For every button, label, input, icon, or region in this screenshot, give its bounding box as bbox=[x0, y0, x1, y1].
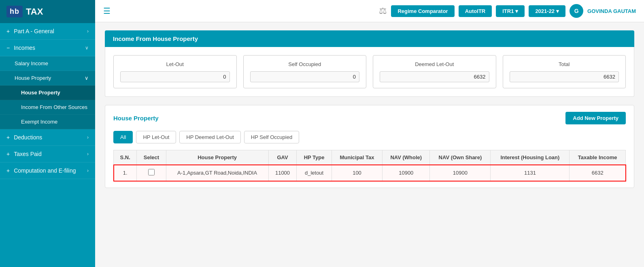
table-row: 1. A-1,Apsara,GT Road,Noida,INDIA 11000 … bbox=[114, 165, 626, 181]
plus-icon: + bbox=[6, 28, 10, 34]
card-total-label: Total bbox=[510, 61, 619, 67]
logo-product: TAX bbox=[26, 6, 43, 17]
house-property-section: House Property Add New Property All HP L… bbox=[105, 105, 634, 188]
sidebar-label-salary: Salary Income bbox=[15, 60, 48, 66]
col-select: Select bbox=[137, 150, 166, 165]
sidebar: hb TAX + Part A - General › − Incomes ∨ … bbox=[0, 0, 95, 267]
summary-cards: Let-Out Self Occupied Deemed Let-Out bbox=[113, 55, 626, 88]
card-self-occupied-input[interactable] bbox=[250, 71, 360, 82]
add-new-property-button[interactable]: Add New Property bbox=[565, 112, 626, 124]
sidebar-label-deductions: Deductions bbox=[14, 134, 42, 141]
filter-hp-let-out[interactable]: HP Let-Out bbox=[136, 131, 176, 143]
arrow-icon-computation: › bbox=[87, 168, 89, 173]
col-municipal-tax: Municipal Tax bbox=[332, 150, 382, 165]
card-self-occupied-label: Self Occupied bbox=[250, 61, 360, 67]
main-area: ☰ ⚖ Regime Comparator AutoITR ITR1 ▾ 202… bbox=[95, 0, 644, 267]
sidebar-item-exempt-income[interactable]: Exempt Income bbox=[0, 115, 95, 129]
itr-label: ITR1 bbox=[502, 8, 514, 14]
cell-nav-own: 10900 bbox=[430, 165, 491, 181]
section-body-income-hp: Let-Out Self Occupied Deemed Let-Out bbox=[105, 47, 634, 97]
autoi-label: AutoITR bbox=[465, 8, 486, 14]
sidebar-label-computation: Computation and E-filing bbox=[14, 167, 76, 174]
header-left: ☰ bbox=[103, 6, 111, 16]
regime-comparator-label: Regime Comparator bbox=[397, 8, 448, 14]
minus-icon: − bbox=[6, 45, 10, 51]
arrow-icon-part-a: › bbox=[87, 28, 89, 34]
header-right: ⚖ Regime Comparator AutoITR ITR1 ▾ 2021-… bbox=[379, 4, 636, 18]
card-total-input[interactable] bbox=[510, 71, 619, 82]
year-dropdown-icon: ▾ bbox=[556, 8, 559, 14]
sidebar-label-house-property-sub: House Property bbox=[21, 90, 60, 96]
avatar: G bbox=[570, 4, 583, 18]
itr-button[interactable]: ITR1 ▾ bbox=[496, 5, 525, 17]
card-deemed-let-out: Deemed Let-Out bbox=[373, 55, 496, 88]
cell-gav: 11000 bbox=[268, 165, 297, 181]
sidebar-label-taxes-paid: Taxes Paid bbox=[14, 151, 41, 157]
sidebar-label-exempt-income: Exempt Income bbox=[21, 119, 57, 125]
arrow-icon-house-property: ∨ bbox=[85, 75, 89, 81]
sidebar-sub-sub: House Property Income From Other Sources… bbox=[0, 85, 95, 129]
income-from-house-property-section: Income From House Property Let-Out Self … bbox=[105, 30, 634, 97]
itr-dropdown-icon: ▾ bbox=[515, 8, 518, 14]
year-label: 2021-22 bbox=[535, 8, 555, 14]
cell-interest: 1131 bbox=[491, 165, 570, 181]
col-interest: Interest (Housing Loan) bbox=[491, 150, 570, 165]
sidebar-logo: hb TAX bbox=[0, 0, 95, 23]
sidebar-label-house-property: House Property bbox=[15, 75, 51, 81]
regime-icon: ⚖ bbox=[379, 6, 387, 16]
cell-house-property: A-1,Apsara,GT Road,Noida,INDIA bbox=[166, 165, 268, 181]
table-header-row: S.N. Select House Property GAV HP Type M… bbox=[114, 150, 626, 165]
arrow-icon-deductions: › bbox=[87, 135, 89, 140]
card-let-out-input[interactable] bbox=[120, 71, 230, 82]
user-initial: G bbox=[574, 8, 579, 14]
sidebar-item-salary[interactable]: Salary Income bbox=[0, 56, 95, 71]
content-area: Income From House Property Let-Out Self … bbox=[95, 22, 644, 267]
card-total: Total bbox=[503, 55, 626, 88]
cell-sn: 1. bbox=[114, 165, 137, 181]
sidebar-item-part-a[interactable]: + Part A - General › bbox=[0, 23, 95, 40]
regime-comparator-button[interactable]: Regime Comparator bbox=[391, 5, 454, 17]
filter-hp-self-occupied[interactable]: HP Self Occupied bbox=[244, 131, 299, 143]
header: ☰ ⚖ Regime Comparator AutoITR ITR1 ▾ 202… bbox=[95, 0, 644, 22]
sidebar-item-house-property[interactable]: House Property ∨ bbox=[0, 71, 95, 85]
card-deemed-let-out-label: Deemed Let-Out bbox=[380, 61, 489, 67]
cell-nav-whole: 10900 bbox=[383, 165, 430, 181]
hamburger-icon[interactable]: ☰ bbox=[103, 6, 111, 16]
house-property-table: S.N. Select House Property GAV HP Type M… bbox=[113, 150, 626, 181]
sidebar-sub-salary: Salary Income House Property ∨ House Pro… bbox=[0, 56, 95, 129]
cell-municipal-tax: 100 bbox=[332, 165, 382, 181]
sidebar-label-income-other-sources: Income From Other Sources bbox=[21, 104, 87, 110]
sidebar-item-computation[interactable]: + Computation and E-filing › bbox=[0, 162, 95, 179]
col-taxable-income: Taxable Income bbox=[570, 150, 626, 165]
autoi-button[interactable]: AutoITR bbox=[459, 5, 492, 17]
year-button[interactable]: 2021-22 ▾ bbox=[529, 5, 565, 17]
filter-hp-deemed-let-out[interactable]: HP Deemed Let-Out bbox=[179, 131, 241, 143]
filter-all[interactable]: All bbox=[113, 131, 133, 143]
card-let-out: Let-Out bbox=[113, 55, 237, 88]
section-title-income-hp: Income From House Property bbox=[105, 30, 634, 47]
sidebar-label-part-a: Part A - General bbox=[14, 28, 54, 34]
cell-taxable-income: 6632 bbox=[570, 165, 626, 181]
card-deemed-let-out-input[interactable] bbox=[380, 71, 489, 82]
sidebar-item-income-other-sources[interactable]: Income From Other Sources bbox=[0, 100, 95, 115]
col-house-property: House Property bbox=[166, 150, 268, 165]
hp-section-title: House Property bbox=[113, 115, 159, 122]
filter-tabs: All HP Let-Out HP Deemed Let-Out HP Self… bbox=[113, 131, 626, 143]
user-name: GOVINDA GAUTAM bbox=[587, 8, 636, 14]
sidebar-item-house-property-sub[interactable]: House Property bbox=[0, 85, 95, 100]
plus-icon-deductions: + bbox=[6, 134, 10, 141]
sidebar-item-taxes-paid[interactable]: + Taxes Paid › bbox=[0, 146, 95, 162]
plus-icon-taxes: + bbox=[6, 151, 10, 157]
col-nav-own: NAV (Own Share) bbox=[430, 150, 491, 165]
sidebar-item-deductions[interactable]: + Deductions › bbox=[0, 129, 95, 146]
card-self-occupied: Self Occupied bbox=[243, 55, 367, 88]
row-checkbox[interactable] bbox=[148, 169, 155, 175]
sidebar-item-incomes[interactable]: − Incomes ∨ bbox=[0, 40, 95, 56]
col-gav: GAV bbox=[268, 150, 297, 165]
arrow-icon-taxes: › bbox=[87, 151, 89, 157]
cell-select[interactable] bbox=[137, 165, 166, 181]
hp-section-header: House Property Add New Property bbox=[113, 112, 626, 124]
card-let-out-label: Let-Out bbox=[120, 61, 230, 67]
col-hp-type: HP Type bbox=[297, 150, 332, 165]
plus-icon-computation: + bbox=[6, 167, 10, 174]
